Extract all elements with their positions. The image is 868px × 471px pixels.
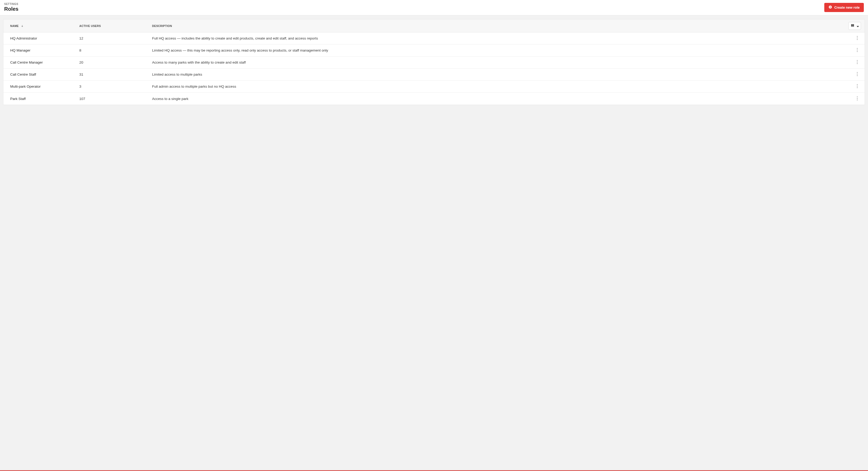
svg-point-8 bbox=[857, 39, 858, 40]
sort-arrow-down-icon bbox=[21, 25, 24, 27]
table-row[interactable]: Call Centre Staff 31 Limited access to m… bbox=[3, 68, 865, 81]
chevron-down-icon bbox=[856, 25, 859, 27]
row-actions-button[interactable] bbox=[854, 47, 861, 54]
svg-rect-2 bbox=[830, 7, 831, 7]
cell-name: HQ Administrator bbox=[7, 36, 79, 40]
page-root: SETTINGS Roles Create new role NAME ACTI… bbox=[0, 0, 868, 471]
svg-point-22 bbox=[857, 98, 858, 99]
svg-point-7 bbox=[857, 37, 858, 38]
cell-name: Call Centre Staff bbox=[7, 72, 79, 76]
page-header: SETTINGS Roles Create new role bbox=[0, 0, 868, 15]
column-header-active-users-label: ACTIVE USERS bbox=[79, 24, 101, 28]
svg-rect-4 bbox=[852, 24, 853, 26]
page-title: Roles bbox=[4, 6, 18, 12]
cell-description: Limited access to multiple parks bbox=[152, 72, 845, 76]
cell-description: Access to a single park bbox=[152, 97, 845, 101]
column-header-name-label: NAME bbox=[10, 24, 19, 28]
cell-active-users: 8 bbox=[79, 49, 152, 52]
svg-rect-3 bbox=[851, 24, 852, 26]
svg-point-23 bbox=[857, 99, 858, 100]
create-role-button[interactable]: Create new role bbox=[824, 3, 864, 12]
cell-name: Park Staff bbox=[7, 97, 79, 101]
more-vertical-icon bbox=[857, 72, 858, 77]
column-header-active-users[interactable]: ACTIVE USERS bbox=[79, 24, 152, 28]
cell-active-users: 107 bbox=[79, 97, 152, 101]
column-settings-button[interactable] bbox=[848, 22, 861, 30]
more-vertical-icon bbox=[857, 48, 858, 53]
row-actions-button[interactable] bbox=[854, 71, 861, 78]
table-row[interactable]: Call Centre Manager 20 Access to many pa… bbox=[3, 57, 865, 68]
svg-point-9 bbox=[857, 48, 858, 49]
svg-point-19 bbox=[857, 86, 858, 86]
table-row[interactable]: HQ Administrator 12 Full HQ access — inc… bbox=[3, 32, 865, 44]
svg-point-14 bbox=[857, 63, 858, 64]
plus-circle-icon bbox=[829, 5, 832, 10]
cell-description: Limited HQ access — this may be reportin… bbox=[152, 49, 845, 52]
breadcrumb: SETTINGS bbox=[4, 3, 18, 5]
svg-point-17 bbox=[857, 75, 858, 76]
cell-name: Multi-park Operator bbox=[7, 85, 79, 89]
svg-point-21 bbox=[857, 96, 858, 97]
cell-name: HQ Manager bbox=[7, 49, 79, 52]
row-actions-button[interactable] bbox=[854, 95, 861, 102]
svg-point-18 bbox=[857, 84, 858, 85]
cell-active-users: 12 bbox=[79, 36, 152, 40]
column-header-actions bbox=[845, 22, 861, 30]
svg-point-12 bbox=[857, 60, 858, 61]
content-area: NAME ACTIVE USERS DESCRIPTION bbox=[0, 15, 868, 470]
more-vertical-icon bbox=[857, 96, 858, 101]
columns-icon bbox=[851, 24, 855, 28]
cell-description: Full HQ access — includes the ability to… bbox=[152, 36, 845, 40]
row-actions-button[interactable] bbox=[854, 59, 861, 66]
svg-point-13 bbox=[857, 62, 858, 62]
create-role-button-label: Create new role bbox=[834, 5, 860, 9]
column-header-name[interactable]: NAME bbox=[7, 24, 79, 28]
row-actions-button[interactable] bbox=[854, 35, 861, 42]
more-vertical-icon bbox=[857, 84, 858, 89]
svg-point-16 bbox=[857, 73, 858, 74]
svg-rect-5 bbox=[853, 24, 854, 26]
more-vertical-icon bbox=[857, 60, 858, 65]
cell-name: Call Centre Manager bbox=[7, 60, 79, 64]
cell-description: Access to many parks with the ability to… bbox=[152, 60, 845, 64]
table-row[interactable]: Multi-park Operator 3 Full admin access … bbox=[3, 81, 865, 93]
row-actions-button[interactable] bbox=[854, 83, 861, 90]
table-header-row: NAME ACTIVE USERS DESCRIPTION bbox=[3, 19, 865, 32]
svg-point-11 bbox=[857, 51, 858, 52]
cell-active-users: 20 bbox=[79, 60, 152, 64]
cell-description: Full admin access to multiple parks but … bbox=[152, 85, 845, 89]
table-body: HQ Administrator 12 Full HQ access — inc… bbox=[3, 32, 865, 105]
column-header-description-label: DESCRIPTION bbox=[152, 24, 172, 28]
roles-table: NAME ACTIVE USERS DESCRIPTION bbox=[3, 19, 865, 105]
svg-point-15 bbox=[857, 72, 858, 73]
svg-point-20 bbox=[857, 87, 858, 88]
svg-point-10 bbox=[857, 50, 858, 50]
header-title-block: SETTINGS Roles bbox=[4, 3, 18, 12]
svg-point-6 bbox=[857, 36, 858, 37]
table-row[interactable]: HQ Manager 8 Limited HQ access — this ma… bbox=[3, 44, 865, 57]
table-row[interactable]: Park Staff 107 Access to a single park bbox=[3, 93, 865, 105]
column-header-description[interactable]: DESCRIPTION bbox=[152, 24, 845, 28]
more-vertical-icon bbox=[857, 36, 858, 41]
cell-active-users: 3 bbox=[79, 85, 152, 89]
cell-active-users: 31 bbox=[79, 72, 152, 76]
